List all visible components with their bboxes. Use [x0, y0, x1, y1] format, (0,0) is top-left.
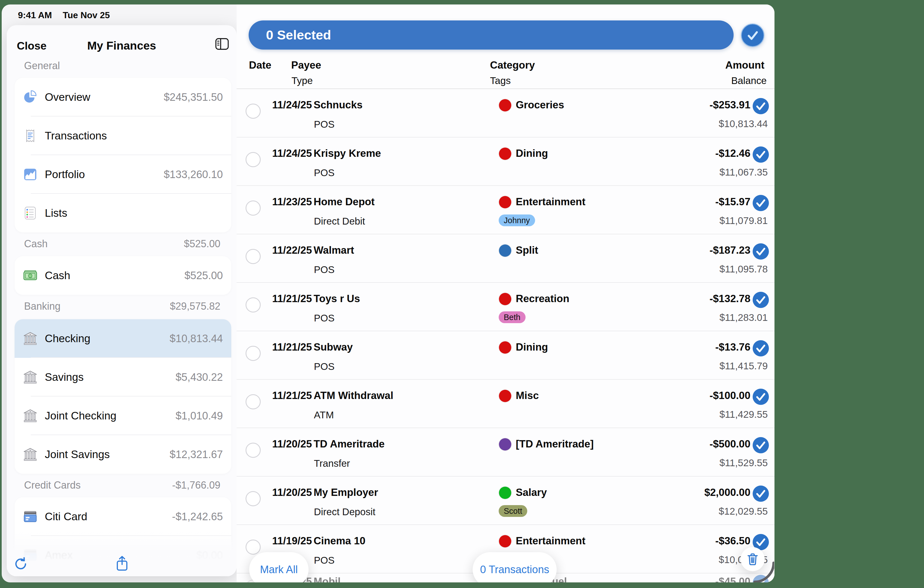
select-radio[interactable] [246, 152, 261, 167]
sidebar-item[interactable]: Portfolio $133,260.10 [15, 155, 231, 194]
cleared-check-icon[interactable] [752, 486, 769, 502]
transaction-row[interactable]: 11/22/25 Walmart POS Split -$187.23 $11,… [237, 235, 774, 283]
transaction-count-button[interactable]: 0 Transactions [473, 552, 557, 582]
transaction-payee: My Employer [314, 487, 378, 499]
sidebar-item-value: -$1,242.65 [172, 511, 223, 523]
refresh-icon[interactable] [14, 557, 28, 571]
select-radio[interactable] [246, 346, 261, 361]
transaction-row[interactable]: 11/24/25 Krispy Kreme POS Dining -$12.46… [237, 137, 774, 186]
category-color-dot [499, 244, 511, 257]
sidebar-item-label: Citi Card [45, 510, 87, 523]
section-title: General [24, 60, 60, 72]
transaction-type: ATM [314, 410, 334, 421]
bank-icon [23, 370, 38, 385]
transaction-payee: Cinema 10 [314, 535, 365, 547]
transaction-payee: Toys r Us [314, 293, 360, 305]
transaction-payee: Krispy Kreme [314, 147, 381, 159]
transaction-type: POS [314, 264, 335, 275]
transaction-balance: $10,813.44 [719, 118, 768, 129]
category-color-dot [499, 99, 511, 111]
sidebar-item-label: Transactions [45, 130, 107, 142]
transaction-balance: $11,429.55 [719, 409, 768, 420]
pie-chart-icon [23, 90, 38, 104]
checkmark-icon [743, 26, 762, 45]
transaction-payee: Walmart [314, 244, 354, 256]
sidebar-item-label: Overview [45, 91, 91, 103]
transaction-list: 11/24/25 Schnucks POS Groceries -$253.91… [237, 89, 774, 582]
sidebar-item[interactable]: Checking $10,813.44 [15, 319, 231, 358]
sidebar-item[interactable]: Lists [15, 194, 231, 233]
transaction-type: POS [314, 555, 335, 566]
sidebar-item-value: $1,010.49 [176, 410, 223, 422]
transaction-panel: 0 Selected Date Payee Category Amount Ty… [237, 5, 774, 582]
sidebar-toggle-icon[interactable] [215, 37, 229, 51]
cleared-check-icon[interactable] [752, 292, 769, 308]
sidebar-group-general: Overview $245,351.50 Transactions Portfo… [15, 78, 231, 233]
cleared-check-icon[interactable] [752, 389, 769, 405]
window-resize-handle[interactable] [747, 555, 774, 582]
cleared-check-icon[interactable] [752, 147, 769, 163]
sidebar-item[interactable]: Transactions [15, 116, 231, 155]
sidebar-item[interactable]: Joint Checking $1,010.49 [15, 396, 231, 435]
transaction-category: [TD Ameritrade] [516, 438, 594, 450]
select-radio[interactable] [246, 297, 261, 312]
transaction-row[interactable]: 11/24/25 Schnucks POS Groceries -$253.91… [237, 89, 774, 137]
mark-all-button[interactable]: Mark All [249, 552, 309, 582]
portfolio-chart-icon [23, 167, 38, 182]
confirm-selection-button[interactable] [741, 23, 764, 47]
sidebar-item-label: Checking [45, 332, 91, 345]
share-icon[interactable] [115, 555, 129, 572]
select-radio[interactable] [246, 249, 261, 264]
transaction-balance: $11,529.55 [719, 457, 768, 468]
clock: 9:41 AM [18, 10, 52, 20]
column-header-amount: Amount [725, 59, 764, 71]
transaction-row[interactable]: 11/21/25 ATM Withdrawal ATM Misc -$100.0… [237, 380, 774, 428]
transaction-balance: $12,029.55 [719, 506, 768, 517]
select-radio[interactable] [246, 443, 261, 458]
select-radio[interactable] [246, 491, 261, 506]
transaction-category: Salary [516, 487, 547, 499]
sidebar: Close My Finances General Overview $245,… [7, 25, 237, 576]
transaction-date: 11/21/25 [272, 341, 312, 353]
sidebar-item-label: Lists [45, 207, 67, 219]
transaction-date: 11/20/25 [272, 438, 312, 450]
select-radio[interactable] [246, 104, 261, 119]
transaction-type: Direct Debit [314, 216, 365, 227]
transaction-row[interactable]: 11/20/25 TD Ameritrade Transfer [TD Amer… [237, 428, 774, 477]
status-date: Tue Nov 25 [63, 10, 110, 20]
bank-icon [23, 447, 38, 462]
transaction-type: POS [314, 119, 335, 130]
transaction-amount: -$45.00 [715, 576, 751, 582]
sidebar-item[interactable]: Savings $5,430.22 [15, 358, 231, 396]
transaction-payee: TD Ameritrade [314, 438, 385, 450]
select-radio[interactable] [246, 540, 261, 555]
sidebar-section-header-credit-cards: Credit Cards -$1,766.09 [24, 479, 220, 491]
column-header-date: Date [249, 59, 271, 71]
cleared-check-icon[interactable] [752, 340, 769, 357]
column-header-balance: Balance [731, 75, 767, 86]
transaction-category: Split [516, 244, 538, 256]
transaction-row[interactable]: 11/21/25 Toys r Us POS Recreation Beth -… [237, 283, 774, 331]
sidebar-item[interactable]: Cash $525.00 [15, 256, 231, 295]
transaction-row[interactable]: 11/21/25 Subway POS Dining -$13.76 $11,4… [237, 331, 774, 380]
section-total: $29,575.82 [170, 301, 220, 312]
transaction-balance: $11,283.01 [719, 312, 768, 323]
cleared-check-icon[interactable] [752, 243, 769, 259]
sidebar-item[interactable]: Citi Card -$1,242.65 [15, 497, 231, 536]
transaction-category: Dining [516, 147, 548, 159]
transaction-row[interactable]: 11/23/25 Home Depot Direct Debit Enterta… [237, 186, 774, 235]
sidebar-item[interactable]: Overview $245,351.50 [15, 78, 231, 116]
select-radio[interactable] [246, 200, 261, 216]
transaction-amount: -$13.76 [715, 341, 751, 353]
sidebar-item[interactable]: Joint Savings $12,321.67 [15, 435, 231, 474]
transaction-row[interactable]: 11/20/25 My Employer Direct Deposit Sala… [237, 477, 774, 525]
sidebar-item-value: $5,430.22 [176, 371, 223, 383]
column-header-tags: Tags [490, 75, 511, 86]
cleared-check-icon[interactable] [752, 98, 769, 114]
transaction-payee: ATM Withdrawal [314, 390, 393, 401]
cleared-check-icon[interactable] [752, 195, 769, 211]
select-radio[interactable] [246, 394, 261, 410]
cleared-check-icon[interactable] [752, 437, 769, 453]
transaction-type: POS [314, 312, 335, 324]
credit-card-icon [23, 509, 38, 524]
